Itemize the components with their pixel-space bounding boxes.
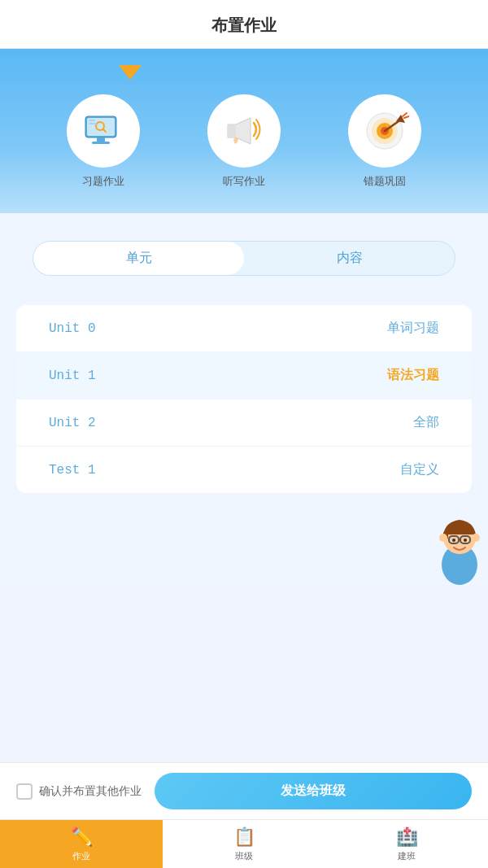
list-container: Unit 0 单词习题 Unit 1 语法习题 Unit 2 全部 Test 1… [16, 305, 472, 493]
top-section: 习题作业 听写作业 [0, 49, 488, 213]
svg-point-23 [452, 539, 455, 542]
svg-point-24 [464, 539, 467, 542]
tab-content[interactable]: 内容 [244, 242, 455, 275]
page-title: 布置作业 [211, 16, 277, 34]
svg-rect-3 [92, 142, 110, 144]
class-nav-icon: 📋 [233, 827, 255, 848]
mistake-item[interactable]: 错题巩固 [348, 94, 421, 189]
character-image [415, 495, 488, 585]
nav-item-class[interactable]: 📋 班级 [163, 820, 325, 868]
icons-row: 习题作业 听写作业 [0, 94, 488, 189]
list-item[interactable]: Test 1 自定义 [16, 447, 472, 493]
homework-label: 习题作业 [82, 174, 124, 189]
list-item[interactable]: Unit 1 语法习题 [16, 352, 472, 399]
mistake-label: 错题巩固 [364, 174, 406, 189]
send-button[interactable]: 发送给班级 [155, 773, 472, 809]
homework-nav-icon: ✏️ [71, 827, 93, 848]
nav-item-create[interactable]: 🏥 建班 [325, 820, 488, 868]
tab-bar: 单元 内容 [33, 241, 455, 276]
svg-line-16 [404, 116, 409, 118]
list-item[interactable]: Unit 0 单词习题 [16, 305, 472, 352]
nav-item-homework[interactable]: ✏️ 作业 [0, 820, 163, 868]
nav-label-homework: 作业 [72, 850, 90, 862]
create-nav-icon: 🏥 [396, 827, 418, 848]
svg-point-25 [439, 534, 447, 542]
svg-rect-2 [97, 137, 105, 142]
triangle-pointer-icon [119, 65, 142, 80]
bottom-nav: ✏️ 作业 📋 班级 🏥 建班 [0, 819, 488, 868]
nav-label-class: 班级 [235, 850, 253, 862]
dictation-circle [207, 94, 281, 168]
svg-line-15 [403, 113, 407, 116]
action-bar: 确认并布置其他作业 发送给班级 [0, 762, 488, 819]
confirm-checkbox-label[interactable]: 确认并布置其他作业 [16, 783, 142, 800]
mistake-circle [348, 94, 421, 168]
tab-unit[interactable]: 单元 [33, 242, 244, 275]
nav-label-create: 建班 [398, 850, 416, 862]
page-header: 布置作业 [0, 0, 488, 49]
confirm-text: 确认并布置其他作业 [39, 784, 142, 799]
svg-point-26 [472, 534, 480, 542]
confirm-checkbox[interactable] [16, 783, 33, 800]
homework-item[interactable]: 习题作业 [67, 94, 140, 189]
list-item[interactable]: Unit 2 全部 [16, 399, 472, 447]
homework-circle [67, 94, 140, 168]
svg-rect-7 [89, 123, 97, 124]
dictation-label: 听写作业 [223, 174, 265, 189]
svg-rect-6 [89, 120, 95, 121]
svg-rect-8 [228, 124, 236, 137]
dictation-item[interactable]: 听写作业 [207, 94, 281, 189]
main-content: Unit 0 单词习题 Unit 1 语法习题 Unit 2 全部 Test 1… [0, 276, 488, 585]
